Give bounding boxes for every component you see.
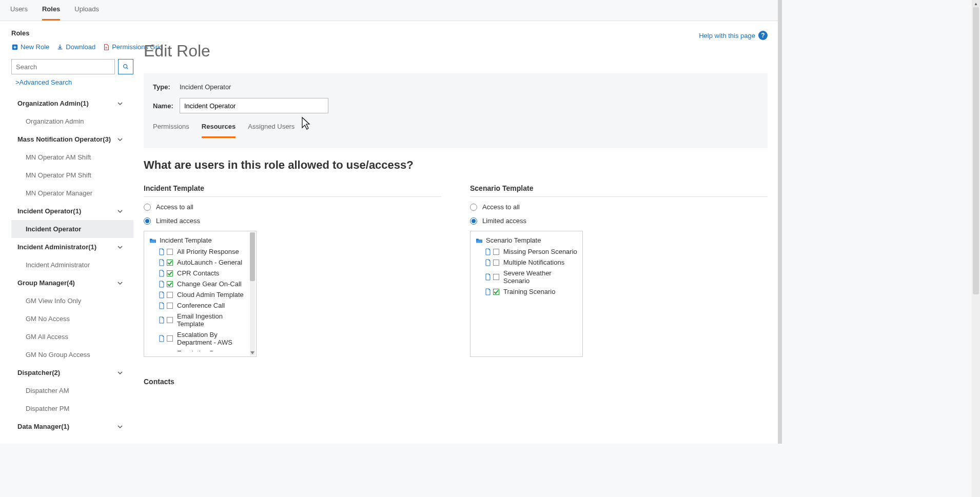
role-item[interactable]: GM View Info Only [11,292,133,310]
advanced-search-link[interactable]: >Advanced Search [11,78,72,86]
search-button[interactable] [118,59,133,74]
tree-item[interactable]: Change Gear On-Call [149,279,251,289]
tree-root[interactable]: Incident Template [149,236,251,244]
document-icon [159,302,165,309]
tree-item[interactable]: AutoLaunch - General [149,257,251,268]
tree-item[interactable]: Missing Person Scenario [476,246,577,257]
main-panel: Edit Role Type: Incident Operator Name: … [133,21,778,444]
tree-item[interactable]: Multiple Notifications [476,257,577,268]
chevron-down-icon [117,424,123,430]
tree-root[interactable]: Scenario Template [476,236,577,244]
tree-item[interactable]: Severe Weather Scenario [476,268,577,286]
tree-scrollbar[interactable] [250,232,255,355]
checkbox[interactable] [493,274,499,280]
tree-item[interactable]: Escalation By Department - AWS [149,329,251,348]
tree-item[interactable]: Training Scenario [476,286,577,297]
checkbox[interactable] [493,249,499,255]
tree-item[interactable]: CPR Contacts [149,268,251,279]
chevron-down-icon [117,208,123,214]
type-label: Type: [153,83,180,91]
checkbox[interactable] [167,292,173,298]
role-group-label: Organization Admin(1) [17,100,89,107]
scenario-limited-radio[interactable]: Limited access [470,217,768,225]
role-group-label: Mass Notification Operator(3) [17,135,111,143]
checkbox[interactable] [167,260,173,266]
role-item[interactable]: GM All Access [11,328,133,346]
document-icon [159,281,165,288]
incident-access-all-radio[interactable]: Access to all [144,203,441,211]
scrollbar-thumb[interactable] [973,7,979,294]
sub-tab-resources[interactable]: Resources [202,123,236,138]
role-item[interactable]: MN Operator AM Shift [11,148,133,166]
role-item[interactable]: MN Operator PM Shift [11,166,133,184]
role-item[interactable]: Incident Operator [11,220,133,238]
new-role-button[interactable]: New Role [11,43,49,51]
document-icon [485,259,491,266]
role-item[interactable]: GM No Group Access [11,346,133,364]
role-group-header[interactable]: Data Manager(1) [11,418,133,435]
tree-item[interactable]: Email Ingestion Template [149,311,251,329]
role-item[interactable]: MN Operator Manager [11,184,133,202]
window-scrollbar[interactable]: ▲ [972,0,980,444]
sub-tab-permissions[interactable]: Permissions [153,123,189,138]
tree-item-label: Escalation By Department - Cloud [177,349,251,351]
checkbox[interactable] [167,270,173,276]
checkbox[interactable] [493,260,499,266]
tree-item[interactable]: Escalation By Department - Cloud [149,348,251,351]
role-group-header[interactable]: Mass Notification Operator(3) [11,130,133,148]
checkbox[interactable] [493,289,499,295]
radio-icon [144,217,151,225]
help-link-label: Help with this page [699,32,755,39]
scrollbar-down-icon[interactable] [250,350,255,355]
tree-item[interactable]: All Priority Response [149,246,251,257]
tab-roles[interactable]: Roles [42,5,60,21]
download-button[interactable]: Download [56,43,95,51]
scrollbar-thumb[interactable] [250,232,255,281]
role-item[interactable]: Incident Administrator [11,256,133,274]
pdf-icon [103,44,110,51]
role-group-label: Incident Operator(1) [17,207,81,215]
scroll-up-icon[interactable]: ▲ [972,0,980,7]
role-group-header[interactable]: Incident Administrator(1) [11,238,133,256]
scenario-limited-label: Limited access [482,217,526,225]
checkbox[interactable] [167,281,173,287]
role-group-header[interactable]: Organization Admin(1) [11,94,133,112]
role-item[interactable]: GM No Access [11,310,133,328]
search-input[interactable] [11,59,115,74]
checkbox[interactable] [167,303,173,309]
role-item[interactable]: Dispatcher AM [11,382,133,400]
document-icon [159,270,165,277]
role-group-label: Incident Administrator(1) [17,243,96,251]
role-group-header[interactable]: Dispatcher(2) [11,364,133,382]
sub-tab-assigned-users[interactable]: Assigned Users [248,123,295,138]
incident-limited-radio[interactable]: Limited access [144,217,441,225]
incident-template-col: Incident Template Access to all Limited … [144,184,441,357]
role-item[interactable]: Organization Admin [11,112,133,130]
scenario-template-col: Scenario Template Access to all Limited … [470,184,768,357]
help-link[interactable]: Help with this page ? [699,31,768,40]
name-input[interactable] [180,98,328,113]
help-icon: ? [758,31,768,40]
folder-open-icon [149,237,156,244]
incident-tree[interactable]: Incident Template All Priority ResponseA… [144,231,257,357]
tab-uploads[interactable]: Uploads [74,5,99,21]
tree-item[interactable]: Conference Call [149,300,251,311]
tab-users[interactable]: Users [10,5,28,21]
role-group-header[interactable]: Incident Operator(1) [11,202,133,220]
checkbox[interactable] [167,249,173,255]
checkbox[interactable] [167,335,173,342]
scenario-access-all-radio[interactable]: Access to all [470,203,768,211]
checkbox[interactable] [167,317,173,323]
contacts-header: Contacts [144,377,768,386]
role-item[interactable]: Dispatcher PM [11,400,133,418]
role-group-header[interactable]: Group Manager(4) [11,274,133,292]
tree-item[interactable]: Cloud Admin Template [149,289,251,300]
tree-item-label: Training Scenario [503,288,555,295]
tree-item-label: Escalation By Department - AWS [177,331,251,346]
radio-icon [144,204,151,211]
role-group-label: Dispatcher(2) [17,369,60,376]
tab-uploads-label: Uploads [74,5,99,13]
radio-icon [470,204,477,211]
scenario-tree[interactable]: Scenario Template Missing Person Scenari… [470,231,583,357]
tree-item-label: Email Ingestion Template [177,312,251,328]
